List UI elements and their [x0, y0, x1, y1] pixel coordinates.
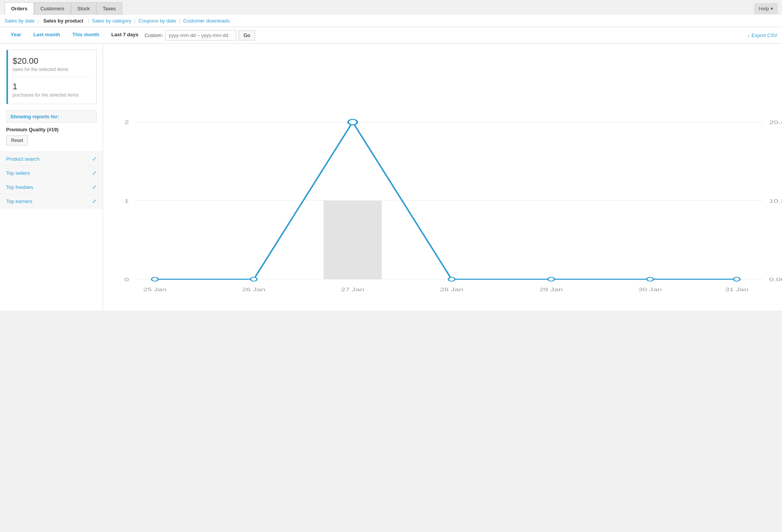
stat-amount: $20.00 — [13, 56, 90, 66]
expand-icon-top-freebies: ⤢ — [92, 184, 97, 190]
svg-text:2: 2 — [124, 119, 129, 125]
period-last-7-days[interactable]: Last 7 days — [105, 27, 145, 43]
sales-chart: 0 1 2 0.00 10.20 20.40 — [103, 44, 782, 311]
subnav-sales-by-product: Sales by product — [43, 18, 83, 24]
svg-text:0: 0 — [124, 277, 129, 282]
stats-box: $20.00 sales for the selected items 1 pu… — [6, 50, 97, 104]
svg-text:29 Jan: 29 Jan — [540, 287, 563, 292]
tab-orders[interactable]: Orders — [5, 2, 34, 15]
sidebar-top-sellers[interactable]: Top sellers ⤢ — [0, 166, 103, 180]
subnav: Sales by date | Sales by product | Sales… — [0, 15, 782, 27]
svg-rect-10 — [323, 201, 381, 279]
svg-point-17 — [734, 277, 740, 281]
svg-text:1: 1 — [124, 198, 129, 204]
sidebar-links: Product search ⤢ Top sellers ⤢ Top freeb… — [0, 152, 103, 208]
svg-rect-0 — [103, 44, 782, 311]
svg-point-14 — [448, 277, 455, 281]
help-button[interactable]: Help ▾ — [755, 3, 777, 14]
tab-stock[interactable]: Stock — [71, 2, 97, 15]
expand-icon-product-search: ⤢ — [92, 156, 97, 162]
svg-text:25 Jan: 25 Jan — [143, 287, 166, 292]
svg-text:27 Jan: 27 Jan — [341, 287, 364, 292]
svg-text:0.00: 0.00 — [769, 277, 782, 282]
svg-point-12 — [250, 277, 257, 281]
go-button[interactable]: Go — [239, 30, 255, 40]
svg-point-15 — [548, 277, 554, 281]
custom-label: Custom: — [144, 32, 163, 38]
chart-wrapper: 0 1 2 0.00 10.20 20.40 — [103, 44, 782, 311]
showing-for-title: Showing reports for: — [6, 110, 97, 123]
custom-date-input[interactable] — [165, 30, 236, 40]
subnav-customer-downloads[interactable]: Customer downloads — [183, 18, 230, 24]
top-bar: Orders Customers Stock Taxes Help ▾ — [0, 0, 782, 15]
svg-point-16 — [647, 277, 653, 281]
product-name: Premium Quality (#19) — [6, 123, 97, 135]
period-last-month[interactable]: Last month — [27, 27, 66, 43]
subnav-coupons-by-date[interactable]: Coupons by date — [139, 18, 176, 24]
sidebar: $20.00 sales for the selected items 1 pu… — [0, 44, 103, 311]
svg-text:26 Jan: 26 Jan — [242, 287, 265, 292]
stat-divider — [13, 77, 90, 77]
tab-customers[interactable]: Customers — [34, 2, 71, 15]
help-label: Help — [759, 6, 769, 11]
period-tabs: Year Last month This month Last 7 days C… — [5, 27, 255, 43]
period-year[interactable]: Year — [5, 27, 27, 43]
main-content: $20.00 sales for the selected items 1 pu… — [0, 44, 782, 311]
sidebar-product-search-label: Product search — [6, 156, 39, 162]
svg-text:20.40: 20.40 — [769, 119, 782, 125]
chart-area: 0 1 2 0.00 10.20 20.40 — [103, 44, 782, 311]
sidebar-top-earners[interactable]: Top earners ⤢ — [0, 194, 103, 208]
tab-taxes[interactable]: Taxes — [96, 2, 122, 15]
showing-for: Showing reports for: Premium Quality (#1… — [6, 110, 97, 145]
svg-point-13 — [348, 119, 357, 125]
help-arrow: ▾ — [771, 6, 773, 11]
svg-text:31 Jan: 31 Jan — [725, 287, 748, 292]
stat-count-label: purchases for the selected items — [13, 92, 90, 98]
svg-text:10.20: 10.20 — [769, 198, 782, 204]
export-csv-link[interactable]: ↓ Export CSV — [748, 32, 777, 38]
expand-icon-top-earners: ⤢ — [92, 198, 97, 204]
svg-point-11 — [152, 277, 158, 281]
expand-icon-top-sellers: ⤢ — [92, 170, 97, 176]
period-this-month[interactable]: This month — [66, 27, 105, 43]
sidebar-top-sellers-label: Top sellers — [6, 170, 30, 176]
custom-range: Custom: Go — [144, 27, 255, 43]
svg-text:28 Jan: 28 Jan — [440, 287, 463, 292]
sidebar-top-freebies-label: Top freebies — [6, 184, 33, 190]
subnav-sales-by-date[interactable]: Sales by date — [5, 18, 35, 24]
reset-button[interactable]: Reset — [6, 135, 28, 145]
stat-count: 1 — [13, 82, 90, 92]
sidebar-top-earners-label: Top earners — [6, 198, 32, 204]
period-nav: Year Last month This month Last 7 days C… — [0, 27, 782, 44]
export-icon: ↓ — [748, 32, 750, 38]
main-tabs: Orders Customers Stock Taxes — [5, 2, 122, 15]
export-label: Export CSV — [751, 32, 777, 38]
stat-amount-label: sales for the selected items — [13, 67, 90, 72]
svg-text:30 Jan: 30 Jan — [638, 287, 662, 292]
sidebar-top-freebies[interactable]: Top freebies ⤢ — [0, 180, 103, 194]
subnav-sales-by-category[interactable]: Sales by category — [92, 18, 131, 24]
sidebar-product-search[interactable]: Product search ⤢ — [0, 152, 103, 166]
